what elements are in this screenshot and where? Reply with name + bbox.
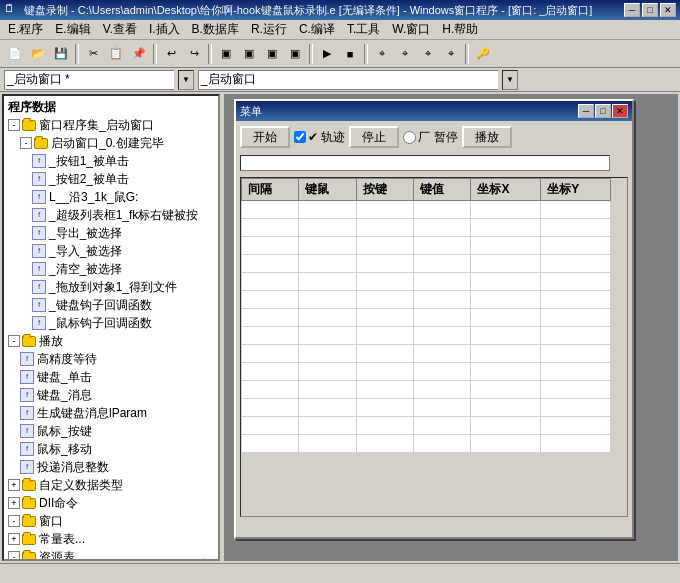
- track-checkbox-item: ✔ 轨迹: [294, 129, 345, 146]
- tree-item-mouse-move[interactable]: f 鼠标_移动: [6, 440, 216, 458]
- tree-item-export[interactable]: f _导出_被选择: [6, 224, 216, 242]
- start-button[interactable]: 开始: [240, 126, 290, 148]
- window-combo1[interactable]: _启动窗口 *: [4, 70, 174, 90]
- table-row: [242, 417, 611, 435]
- tb-redo[interactable]: ↪: [183, 43, 205, 65]
- table-row: [242, 219, 611, 237]
- expand-dii[interactable]: +: [8, 497, 20, 509]
- tree-item-mouse[interactable]: f L__沿3_1k_鼠G:: [6, 188, 216, 206]
- func-icon-mouse-move: f: [20, 442, 34, 456]
- func-icon-gen-key-msg: f: [20, 406, 34, 420]
- inner-close[interactable]: ✕: [612, 104, 628, 118]
- expand-constants[interactable]: +: [8, 533, 20, 545]
- tree-item-clear[interactable]: f _清空_被选择: [6, 260, 216, 278]
- tb-btn9[interactable]: ⌖: [371, 43, 393, 65]
- table-row: [242, 255, 611, 273]
- tb-save[interactable]: 💾: [50, 43, 72, 65]
- tb-undo[interactable]: ↩: [160, 43, 182, 65]
- tb-open[interactable]: 📂: [27, 43, 49, 65]
- tb-sep1: [75, 44, 79, 64]
- addr-combo2-text: _启动窗口: [201, 71, 256, 88]
- play-button[interactable]: 播放: [462, 126, 512, 148]
- tree-item-wait[interactable]: f 高精度等待: [6, 350, 216, 368]
- tree-item-post-msg[interactable]: f 投递消息整数: [6, 458, 216, 476]
- menu-compile[interactable]: C.编译: [293, 19, 341, 40]
- tree-item-resources[interactable]: - 资源表: [6, 548, 216, 561]
- menu-edit[interactable]: E.编辑: [49, 19, 96, 40]
- tb-paste[interactable]: 📌: [128, 43, 150, 65]
- table-row: [242, 291, 611, 309]
- tb-cut[interactable]: ✂: [82, 43, 104, 65]
- menu-window[interactable]: W.窗口: [386, 19, 436, 40]
- expand-play[interactable]: -: [8, 335, 20, 347]
- tb-new[interactable]: 📄: [4, 43, 26, 65]
- tree-item-key-msg[interactable]: f 键盘_消息: [6, 386, 216, 404]
- inner-minimize[interactable]: ─: [578, 104, 594, 118]
- tree-item-mouse-hook[interactable]: f _鼠标钩子回调函数: [6, 314, 216, 332]
- tree-label-dii: DII命令: [39, 495, 78, 512]
- tree-item-listbox[interactable]: f _超级列表框1_fk标右键被按: [6, 206, 216, 224]
- menu-view[interactable]: V.查看: [97, 19, 143, 40]
- maximize-button[interactable]: □: [642, 3, 658, 17]
- stop-button[interactable]: 停止: [349, 126, 399, 148]
- tree-item-key-click[interactable]: f 键盘_单击: [6, 368, 216, 386]
- func-icon-mouse-btn: f: [20, 424, 34, 438]
- tree-item-gen-key-msg[interactable]: f 生成键盘消息lParam: [6, 404, 216, 422]
- func-icon-wait: f: [20, 352, 34, 366]
- col-button: 按键: [356, 179, 413, 201]
- tb-stop[interactable]: ■: [339, 43, 361, 65]
- tree-item-keyboard-hook[interactable]: f _键盘钩子回调函数: [6, 296, 216, 314]
- tree-label-import: _导入_被选择: [49, 243, 122, 260]
- pause-radio[interactable]: [403, 131, 416, 144]
- pause-radio-item: 厂 暂停: [403, 129, 457, 146]
- expand-startup[interactable]: -: [20, 137, 32, 149]
- tree-item-constants[interactable]: + 常量表...: [6, 530, 216, 548]
- tb-btn11[interactable]: ⌖: [417, 43, 439, 65]
- tree-label-gen-key-msg: 生成键盘消息lParam: [37, 405, 147, 422]
- addr-dropdown1[interactable]: ▼: [178, 70, 194, 90]
- expand-window-set[interactable]: -: [8, 119, 20, 131]
- addr-dropdown2[interactable]: ▼: [502, 70, 518, 90]
- tree-label-wait: 高精度等待: [37, 351, 97, 368]
- minimize-button[interactable]: ─: [624, 3, 640, 17]
- tb-btn7[interactable]: ▣: [261, 43, 283, 65]
- tree-item-btn2[interactable]: f _按钮2_被单击: [6, 170, 216, 188]
- tree-item-mouse-btn[interactable]: f 鼠标_按键: [6, 422, 216, 440]
- tree-item-startup[interactable]: - 启动窗口_0.创建完毕: [6, 134, 216, 152]
- title-text: 键盘录制 - C:\Users\admin\Desktop\给你啊-hook键盘…: [24, 3, 624, 18]
- expand-resources[interactable]: -: [8, 551, 20, 561]
- table-row: [242, 309, 611, 327]
- tb-btn8[interactable]: ▣: [284, 43, 306, 65]
- tb-copy[interactable]: 📋: [105, 43, 127, 65]
- tb-btn6[interactable]: ▣: [238, 43, 260, 65]
- close-button[interactable]: ✕: [660, 3, 676, 17]
- func-icon-keyboard-hook: f: [32, 298, 46, 312]
- status-bar: [0, 563, 680, 583]
- tb-btn12[interactable]: ⌖: [440, 43, 462, 65]
- tree-item-drag[interactable]: f _拖放到对象1_得到文件: [6, 278, 216, 296]
- menu-help[interactable]: H.帮助: [436, 19, 484, 40]
- menu-database[interactable]: B.数据库: [186, 19, 245, 40]
- window-combo2[interactable]: _启动窗口: [198, 70, 498, 90]
- tree-item-window[interactable]: - 窗口: [6, 512, 216, 530]
- tree-item-import[interactable]: f _导入_被选择: [6, 242, 216, 260]
- menu-insert[interactable]: I.插入: [143, 19, 186, 40]
- tb-run[interactable]: ▶: [316, 43, 338, 65]
- track-checkbox[interactable]: [294, 131, 306, 143]
- tree-label-listbox: _超级列表框1_fk标右键被按: [49, 207, 198, 224]
- tree-item-custom-type[interactable]: + 自定义数据类型: [6, 476, 216, 494]
- tb-btn5[interactable]: ▣: [215, 43, 237, 65]
- tree-item-play-folder[interactable]: - 播放: [6, 332, 216, 350]
- tree-item-dii[interactable]: + DII命令: [6, 494, 216, 512]
- tb-btn10[interactable]: ⌖: [394, 43, 416, 65]
- tree-item-window-set[interactable]: - 窗口程序集_启动窗口: [6, 116, 216, 134]
- expand-custom-type[interactable]: +: [8, 479, 20, 491]
- expand-window[interactable]: -: [8, 515, 20, 527]
- tree-item-btn1[interactable]: f _按钮1_被单击: [6, 152, 216, 170]
- data-table: 间隔 键鼠 按键 键值 坐标X 坐标Y: [241, 178, 611, 453]
- menu-run[interactable]: R.运行: [245, 19, 293, 40]
- menu-tools[interactable]: T.工具: [341, 19, 386, 40]
- menu-program[interactable]: E.程序: [2, 19, 49, 40]
- inner-maximize[interactable]: □: [595, 104, 611, 118]
- tb-btn13[interactable]: 🔑: [472, 43, 494, 65]
